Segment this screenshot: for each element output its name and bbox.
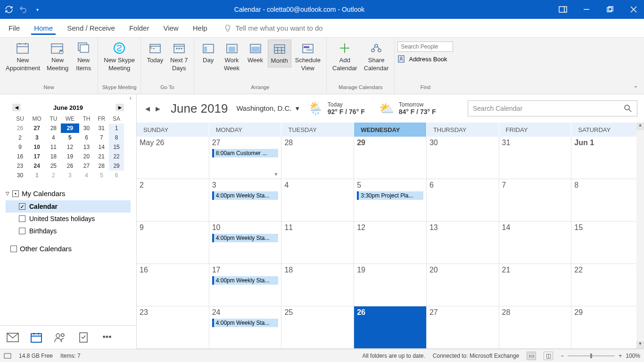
mini-cal-day[interactable]: 21 [94,152,109,161]
undo-icon[interactable] [18,4,28,15]
day-cell[interactable]: 7 [499,179,572,221]
tasks-nav-icon[interactable] [77,331,90,344]
day-cell[interactable]: 4 [281,179,354,221]
close-button[interactable] [627,3,640,16]
day-view-button[interactable]: Day [197,40,220,66]
tab-send-receive[interactable]: Send / Receive [64,21,118,35]
mini-cal-day[interactable]: 23 [12,161,28,171]
calendar-event[interactable]: 4:00pm Weekly Sta... [212,319,279,327]
mini-cal-day[interactable]: 10 [28,142,46,152]
collapse-ribbon-icon[interactable]: ⌃ [633,85,638,92]
tell-me-search[interactable]: Tell me what you want to do [223,24,323,33]
mini-cal-day[interactable]: 28 [94,161,109,171]
mini-cal-day[interactable]: 30 [79,123,94,133]
day-cell[interactable]: 244:00pm Weekly Sta... [209,306,282,348]
people-nav-icon[interactable] [54,331,66,344]
work-week-button[interactable]: Work Week [221,40,243,74]
day-cell[interactable]: 278:00am Customer ...▼ [209,137,282,179]
next-month-button[interactable]: ▶ [154,104,162,113]
minimize-button[interactable] [580,3,593,16]
mini-cal-day[interactable]: 19 [61,152,79,161]
day-cell[interactable]: 2 [137,179,209,221]
new-appointment-button[interactable]: New Appointment [3,40,43,74]
mini-cal-next[interactable]: ▶ [116,104,124,111]
new-items-button[interactable]: New Items [72,40,95,74]
other-calendars-group[interactable]: Other Calendars [6,242,131,255]
mini-cal-day[interactable]: 9 [12,142,28,152]
day-cell[interactable]: 18 [281,264,354,306]
maximize-button[interactable] [603,3,617,16]
add-calendar-button[interactable]: Add Calendar [330,40,360,74]
mini-cal-day[interactable]: 1 [109,123,124,133]
calendar-event[interactable]: 3:30pm Project Pla... [357,191,423,200]
new-meeting-button[interactable]: New Meeting [44,40,71,74]
mini-cal-day[interactable]: 27 [28,123,46,133]
day-cell[interactable]: 31 [499,137,572,179]
sync-icon[interactable] [4,4,14,15]
day-cell[interactable]: 20 [427,264,499,306]
mini-cal-day[interactable]: 1 [28,171,46,180]
day-cell[interactable]: May 26 [137,137,209,179]
mini-cal-day[interactable]: 7 [94,133,109,142]
mini-cal-day[interactable]: 8 [109,133,124,142]
qat-customize-icon[interactable]: ▾ [32,4,42,15]
calendar-list-item[interactable]: ✓Calendar [6,200,131,213]
mini-cal-day[interactable]: 27 [79,161,94,171]
day-cell[interactable]: 23 [137,306,209,348]
mini-cal-day[interactable]: 14 [94,142,109,152]
day-cell[interactable]: 104:00pm Weekly Sta... [209,222,282,263]
mini-cal-day[interactable]: 20 [79,152,94,161]
calendar-nav-icon[interactable] [30,331,42,344]
mini-cal-day[interactable]: 5 [61,133,79,142]
day-cell[interactable]: 8 [571,179,644,221]
tab-file[interactable]: File [6,21,23,35]
mini-cal-day[interactable]: 4 [79,171,94,180]
zoom-slider[interactable]: −+ 100% [561,353,640,359]
day-cell[interactable]: 12 [354,222,427,263]
mini-cal-day[interactable]: 12 [61,142,79,152]
vertical-scrollbar[interactable]: ▲▼ [636,123,644,349]
day-cell[interactable]: 22 [571,264,644,306]
day-cell[interactable]: 14 [499,222,572,263]
mini-cal-day[interactable]: 24 [28,161,46,171]
overflow-icon[interactable]: ▼ [274,172,279,177]
mini-cal-day[interactable]: 11 [46,142,61,152]
day-cell[interactable]: 16 [137,264,209,306]
calendar-event[interactable]: 8:00am Customer ... [212,149,279,157]
mini-cal-day[interactable]: 17 [28,152,46,161]
day-cell[interactable]: 9 [137,222,209,263]
search-people-input[interactable] [397,41,453,52]
day-cell[interactable]: 29 [571,306,644,348]
mini-cal-day[interactable]: 18 [46,152,61,161]
day-cell[interactable]: 11 [281,222,354,263]
address-book-button[interactable]: Address Book [397,55,447,63]
checkbox-icon[interactable]: ✓ [19,203,25,210]
day-cell[interactable]: 28 [499,306,572,348]
day-cell[interactable]: 174:00pm Weekly Sta... [209,264,282,306]
today-button[interactable]: Today [144,40,166,66]
mini-cal-day[interactable]: 2 [46,171,61,180]
mini-cal-day[interactable]: 4 [46,133,61,142]
calendar-list-item[interactable]: United States holidays [6,213,131,225]
day-cell[interactable]: 53:30pm Project Pla... [354,179,427,221]
mini-cal-day[interactable]: 13 [79,142,94,152]
day-cell[interactable]: 6 [427,179,499,221]
day-cell[interactable]: 21 [499,264,572,306]
tab-help[interactable]: Help [190,21,210,35]
next-7-days-button[interactable]: Next 7 Days [167,40,191,74]
more-nav-icon[interactable]: ••• [101,331,113,344]
day-cell[interactable]: 13 [427,222,499,263]
calendar-list-item[interactable]: Birthdays [6,225,131,237]
mini-cal-day[interactable]: 25 [46,161,61,171]
prev-month-button[interactable]: ◀ [143,104,152,113]
day-cell[interactable]: 27 [427,306,499,348]
day-cell[interactable]: 19 [354,264,427,306]
reading-view-icon[interactable]: ◫ [544,352,553,360]
mini-cal-day[interactable]: 16 [12,152,28,161]
mini-cal-day[interactable]: 6 [79,133,94,142]
schedule-view-button[interactable]: Schedule View [292,40,323,74]
tab-folder[interactable]: Folder [126,21,152,35]
calendar-event[interactable]: 4:00pm Weekly Sta... [212,191,279,200]
mini-cal-day[interactable]: 6 [109,171,124,180]
mini-cal-day[interactable]: 26 [61,161,79,171]
